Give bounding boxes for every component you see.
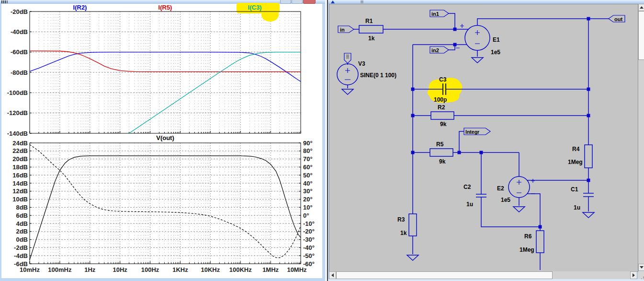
svg-text:8dB: 8dB xyxy=(16,204,28,211)
schematic-titlebar[interactable] xyxy=(328,0,644,4)
svg-text:R6: R6 xyxy=(524,233,532,240)
svg-text:-80dB: -80dB xyxy=(11,69,28,76)
svg-text:1Meg: 1Meg xyxy=(520,246,534,253)
svg-text:40°: 40° xyxy=(303,180,313,187)
svg-text:SINE(0 1 100): SINE(0 1 100) xyxy=(360,72,396,79)
svg-text:V(out): V(out) xyxy=(156,134,174,141)
svg-text:100Hz: 100Hz xyxy=(141,266,159,273)
net-flag-icon xyxy=(346,55,349,58)
svg-text:-140dB: -140dB xyxy=(7,130,28,137)
net-flag-in2[interactable]: in2 xyxy=(430,47,449,53)
svg-text:12dB: 12dB xyxy=(12,187,28,195)
svg-text:9k: 9k xyxy=(440,121,447,128)
svg-text:E1: E1 xyxy=(493,36,500,43)
svg-text:9k: 9k xyxy=(439,158,446,165)
svg-text:-10°: -10° xyxy=(303,220,315,227)
voltage-source-v3[interactable]: V3 SINE(0 1 100) xyxy=(337,53,396,85)
svg-text:6dB: 6dB xyxy=(16,212,28,219)
svg-text:70°: 70° xyxy=(303,155,313,163)
net-flag-out[interactable]: out xyxy=(609,15,625,22)
svg-text:I(R5): I(R5) xyxy=(158,4,172,11)
scroll-up-button[interactable] xyxy=(638,4,644,11)
scroll-left-button[interactable] xyxy=(329,271,336,279)
svg-text:in1: in1 xyxy=(431,11,439,17)
svg-text:1u: 1u xyxy=(574,204,580,211)
svg-text:R3: R3 xyxy=(397,216,405,223)
application-window: -20dB-40dB-60dB-80dB-100dB-120dB-140dBI(… xyxy=(0,0,644,281)
svg-text:0dB: 0dB xyxy=(16,236,28,243)
svg-text:1MHz: 1MHz xyxy=(262,266,279,273)
horizontal-scrollbar[interactable] xyxy=(329,271,637,279)
svg-text:in: in xyxy=(340,27,345,33)
svg-text:-40°: -40° xyxy=(303,244,315,251)
svg-text:22dB: 22dB xyxy=(12,147,28,154)
scroll-right-button[interactable] xyxy=(630,271,637,279)
horizontal-scrollbar-thumb[interactable] xyxy=(336,271,553,279)
svg-text:C1: C1 xyxy=(571,186,578,193)
svg-text:16dB: 16dB xyxy=(12,172,28,179)
svg-text:14dB: 14dB xyxy=(12,180,28,187)
arrow-up-icon xyxy=(640,6,644,9)
part-label: R1 xyxy=(365,18,373,24)
net-flag-integr[interactable]: Integr xyxy=(464,128,490,135)
resistor-r6[interactable]: R6 1Meg xyxy=(520,231,544,253)
svg-text:1e5: 1e5 xyxy=(501,197,510,203)
svg-text:V3: V3 xyxy=(358,60,365,67)
svg-text:10mHz: 10mHz xyxy=(20,266,40,273)
arrow-left-icon xyxy=(331,273,334,277)
svg-text:-40dB: -40dB xyxy=(11,28,28,35)
svg-text:Integr: Integr xyxy=(465,129,479,135)
svg-text:1Hz: 1Hz xyxy=(84,266,96,273)
resistor-r2[interactable]: R2 9k xyxy=(431,104,454,128)
svg-text:-100dB: -100dB xyxy=(7,89,28,96)
capacitor-c1[interactable]: C1 1u xyxy=(571,186,594,211)
arrow-down-icon xyxy=(640,266,644,269)
svg-text:I(C3): I(C3) xyxy=(248,4,262,11)
scroll-down-button[interactable] xyxy=(638,264,644,271)
svg-text:out: out xyxy=(614,16,622,22)
svg-text:10KHz: 10KHz xyxy=(201,266,220,273)
resistor-r3[interactable]: R3 1k xyxy=(397,214,417,236)
svg-text:-4dB: -4dB xyxy=(14,252,28,259)
svg-text:50°: 50° xyxy=(303,172,313,179)
svg-text:1k: 1k xyxy=(400,230,407,236)
wires xyxy=(348,13,609,270)
svg-text:80°: 80° xyxy=(303,147,313,154)
vcvs-e1[interactable]: E1 1e5 xyxy=(456,24,500,56)
resistor-r1[interactable]: R1 1k xyxy=(359,18,383,42)
waveform-window: -20dB-40dB-60dB-80dB-100dB-120dB-140dBI(… xyxy=(0,0,325,281)
svg-text:4dB: 4dB xyxy=(16,220,28,227)
svg-text:1KHz: 1KHz xyxy=(172,266,188,273)
svg-text:10°: 10° xyxy=(303,204,313,211)
svg-text:R2: R2 xyxy=(438,104,445,111)
svg-text:E2: E2 xyxy=(497,185,504,192)
svg-text:18dB: 18dB xyxy=(12,164,28,171)
vertical-scrollbar[interactable] xyxy=(638,4,644,271)
svg-text:20dB: 20dB xyxy=(12,155,28,163)
svg-text:-120dB: -120dB xyxy=(7,109,28,117)
schematic-drawing[interactable]: R1 1k R2 9k R5 9k R3 1k R4 1Meg xyxy=(329,4,637,271)
svg-text:1e5: 1e5 xyxy=(491,49,500,56)
part-value: 1k xyxy=(368,35,375,42)
svg-text:0°: 0° xyxy=(303,212,309,219)
svg-text:-50°: -50° xyxy=(303,252,315,259)
vertical-scrollbar-thumb[interactable] xyxy=(638,11,644,60)
schematic-window: R1 1k R2 9k R5 9k R3 1k R4 1Meg xyxy=(328,0,644,281)
svg-text:-30°: -30° xyxy=(303,236,315,243)
svg-text:1u: 1u xyxy=(466,201,473,208)
svg-text:R4: R4 xyxy=(572,146,580,152)
svg-text:60°: 60° xyxy=(303,164,313,171)
svg-text:90°: 90° xyxy=(303,140,313,147)
waveform-plot-area[interactable]: -20dB-40dB-60dB-80dB-100dB-120dB-140dBI(… xyxy=(0,0,325,281)
svg-text:-20°: -20° xyxy=(303,228,315,235)
resistor-r5[interactable]: R5 9k xyxy=(430,141,453,165)
svg-text:1Meg: 1Meg xyxy=(568,159,583,165)
svg-text:30°: 30° xyxy=(303,187,313,195)
net-flag-in[interactable]: in xyxy=(338,26,354,33)
svg-text:20°: 20° xyxy=(303,196,313,203)
svg-text:R5: R5 xyxy=(436,141,444,148)
capacitor-c2[interactable]: C2 1u xyxy=(463,184,486,208)
net-flag-in1[interactable]: in1 xyxy=(430,10,449,17)
resistor-r4[interactable]: R4 1Meg xyxy=(568,145,592,168)
resize-grip[interactable] xyxy=(638,271,644,279)
